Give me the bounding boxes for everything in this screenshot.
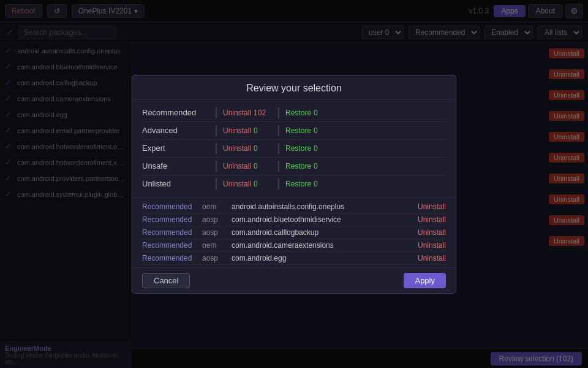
modal-pkg-action-button[interactable]: Uninstall [418, 228, 446, 237]
uninstall-label: Uninstall [223, 126, 251, 135]
modal-package-row: Recommended aosp com.android.calllogback… [142, 226, 446, 239]
restore-count: 0 [314, 180, 332, 188]
modal-pkg-source: aosp [202, 254, 227, 263]
modal-pkg-category: Recommended [142, 215, 197, 224]
restore-count: 0 [314, 162, 332, 171]
apply-button[interactable]: Apply [404, 273, 446, 288]
modal-pkg-name: com.android.calllogbackup [232, 228, 413, 237]
modal-package-row: Recommended aosp com.android.egg Uninsta… [142, 252, 446, 265]
modal-category-list: Recommended Uninstall 102 Restore 0 Adva… [132, 99, 456, 198]
uninstall-count: 0 [254, 144, 272, 153]
restore-count: 0 [314, 144, 332, 153]
review-modal: Review your selection Recommended Uninst… [132, 75, 456, 294]
modal-footer: Cancel Apply [132, 267, 456, 293]
modal-pkg-name: com.android.bluetoothmidiservice [232, 215, 413, 224]
uninstall-label: Uninstall [223, 109, 251, 117]
modal-category-row: Unsafe Uninstall 0 Restore 0 [142, 158, 446, 175]
restore-label: Restore [285, 162, 311, 171]
modal-pkg-source: oem [202, 241, 227, 250]
modal-pkg-category: Recommended [142, 254, 197, 263]
modal-pkg-category: Recommended [142, 202, 197, 211]
modal-package-row: Recommended aosp com.android.bluetoothmi… [142, 213, 446, 226]
modal-pkg-category: Recommended [142, 228, 197, 237]
uninstall-label: Uninstall [223, 144, 251, 153]
separator [278, 143, 279, 154]
uninstall-count: 0 [254, 162, 272, 171]
modal-pkg-action-button[interactable]: Uninstall [418, 254, 446, 263]
restore-count: 0 [314, 109, 332, 117]
category-name: Recommended [142, 108, 209, 117]
modal-pkg-name: com.android.egg [232, 254, 413, 263]
modal-pkg-source: aosp [202, 228, 227, 237]
modal-pkg-category: Recommended [142, 241, 197, 250]
modal-pkg-source: aosp [202, 215, 227, 224]
uninstall-count: 102 [254, 109, 272, 117]
modal-pkg-name: com.android.cameraextensions [232, 241, 413, 250]
restore-label: Restore [285, 126, 311, 135]
separator [278, 178, 279, 190]
modal-category-row: Expert Uninstall 0 Restore 0 [142, 140, 446, 158]
category-name: Advanced [142, 126, 209, 135]
separator [216, 161, 217, 172]
restore-label: Restore [285, 109, 311, 117]
modal-package-list: Recommended oem android.autoinstalls.con… [132, 198, 456, 267]
modal-category-row: Unlisted Uninstall 0 Restore 0 [142, 175, 446, 193]
modal-package-row: Recommended oem android.autoinstalls.con… [142, 201, 446, 213]
separator [278, 125, 279, 136]
modal-overlay: Review your selection Recommended Uninst… [0, 0, 588, 368]
restore-label: Restore [285, 144, 311, 153]
separator [216, 107, 217, 118]
modal-package-row: Recommended oem com.android.cameraextens… [142, 239, 446, 252]
modal-pkg-action-button[interactable]: Uninstall [418, 241, 446, 250]
separator [216, 178, 217, 190]
modal-title: Review your selection [132, 75, 456, 99]
modal-pkg-action-button[interactable]: Uninstall [418, 202, 446, 211]
modal-category-row: Recommended Uninstall 102 Restore 0 [142, 104, 446, 122]
modal-pkg-action-button[interactable]: Uninstall [418, 215, 446, 224]
uninstall-count: 0 [254, 180, 272, 188]
category-name: Unlisted [142, 179, 209, 188]
uninstall-count: 0 [254, 126, 272, 135]
cancel-button[interactable]: Cancel [142, 273, 190, 288]
separator [278, 107, 279, 118]
separator [278, 161, 279, 172]
separator [216, 125, 217, 136]
separator [216, 143, 217, 154]
category-name: Expert [142, 144, 209, 153]
modal-category-row: Advanced Uninstall 0 Restore 0 [142, 122, 446, 140]
category-name: Unsafe [142, 161, 209, 171]
modal-pkg-name: android.autoinstalls.config.oneplus [232, 202, 413, 211]
uninstall-label: Uninstall [223, 162, 251, 171]
modal-pkg-source: oem [202, 202, 227, 211]
restore-label: Restore [285, 180, 311, 188]
restore-count: 0 [314, 126, 332, 135]
uninstall-label: Uninstall [223, 180, 251, 188]
